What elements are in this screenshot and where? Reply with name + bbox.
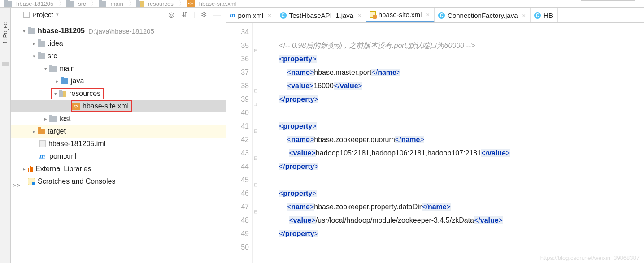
panel-title: Project [32,11,53,18]
crumb-src[interactable]: src [66,0,86,7]
hide-panel-icon[interactable]: — [212,10,222,20]
crumb-resources[interactable]: resources [136,0,174,7]
left-tool-rail: 1: Project [0,8,11,263]
watermark-text: https://blog.csdn.net/weixin_39868387 [540,254,640,261]
project-tree: ▾ hbase-181205 D:\java\hbase-181205 ▸ .i… [11,22,226,263]
crumb-file[interactable]: <>hbase-site.xml [187,0,237,7]
tree-hbase-site-xml[interactable]: <>hbase-site.xml [11,100,226,112]
rail-structure-icon[interactable] [2,62,9,66]
xml-sheet-icon [370,11,376,18]
tree-scratches[interactable]: Scratches and Consoles [11,175,226,188]
tab-hb-overflow[interactable]: CHB [531,8,558,22]
tree-main[interactable]: ▾ main [11,62,226,75]
rail-project-label[interactable]: 1: Project [2,21,9,44]
editor-body: 3435363738394041424344454647484950 ⊟ ⊟ □… [226,23,644,263]
collapse-arrows-icon[interactable]: >> [13,182,21,189]
crumb-main[interactable]: main [99,0,123,7]
java-class-icon: C [280,12,287,19]
tree-iml[interactable]: hbase-181205.iml [11,138,226,150]
tab-test-hbase-api[interactable]: CTestHbaseAPI_1.java× [276,8,366,22]
tree-root[interactable]: ▾ hbase-181205 D:\java\hbase-181205 [11,25,226,37]
editor-tabs: mpom.xml× CTestHbaseAPI_1.java× hbase-si… [226,8,644,23]
tab-pom-xml[interactable]: mpom.xml× [226,8,276,22]
crumb-project[interactable]: hbase-181205 [4,0,53,7]
java-class-icon: C [534,12,541,19]
maven-file-icon: m [39,153,47,160]
gear-icon[interactable]: ✻ [199,10,209,20]
panel-dropdown-icon[interactable]: ▾ [56,12,59,17]
project-panel-header: Project ▾ ◎ ⇵ | ✻ — [11,8,226,22]
code-text[interactable]: <!-- 0.98后的新变动，之前版本没有.port,默认端口为60000 --… [261,23,644,263]
run-config-dropdown[interactable]: TestHbaseAPI_1▾ [581,0,635,1]
close-icon[interactable]: × [426,11,430,18]
tab-hbase-site-xml[interactable]: hbase-site.xml× [366,8,435,22]
xml-file-icon: <> [72,103,80,110]
tree-src[interactable]: ▾ src [11,50,226,62]
tree-java[interactable]: ▸ java [11,75,226,87]
java-class-icon: C [438,12,445,19]
iml-file-icon [39,140,46,147]
breadcrumb-bar: hbase-181205〉 src〉 main〉 resources〉 <>hb… [0,0,644,8]
tree-idea[interactable]: ▸ .idea [11,37,226,50]
close-icon[interactable]: × [358,12,361,19]
scratches-icon [28,178,35,185]
libraries-icon [28,166,33,172]
tree-external-libs[interactable]: ▸ External Libraries [11,163,226,175]
editor-area: mpom.xml× CTestHbaseAPI_1.java× hbase-si… [226,8,644,263]
maven-file-icon: m [230,11,235,19]
fold-gutter: ⊟ ⊟ □ ⊟ ⊟ ⊟ ⊟ [253,23,261,263]
close-icon[interactable]: × [522,12,526,19]
project-panel: Project ▾ ◎ ⇵ | ✻ — ▾ hbase-181205 D:\ja… [11,8,226,263]
tree-target[interactable]: ▸ target [11,125,226,138]
close-icon[interactable]: × [268,12,271,19]
project-view-icon [23,12,30,18]
tree-test[interactable]: ▸ test [11,112,226,125]
collapse-all-icon[interactable]: ⇵ [180,10,190,20]
tree-resources[interactable]: ▾resources [11,87,226,100]
locate-icon[interactable]: ◎ [166,10,176,20]
tab-connection-factory[interactable]: CConnectionFactory.java× [435,8,531,22]
tree-pom[interactable]: mpom.xml [11,150,226,163]
line-gutter: 3435363738394041424344454647484950 [226,23,253,263]
